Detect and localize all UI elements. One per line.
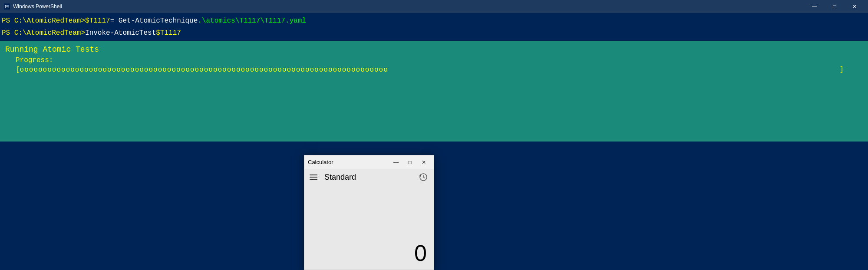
calc-menu-icon[interactable] — [310, 172, 320, 182]
cmd-var-2: $T1117 — [156, 28, 181, 38]
progress-bar-line: [ oooooooooooooooooooooooooooooooooooooo… — [16, 66, 388, 74]
cmd-path-1: .\atomics\T1117\T1117.yaml — [198, 16, 306, 26]
menu-line-2 — [310, 177, 317, 178]
cmd-var-1: $T1117 — [85, 16, 110, 26]
running-title: Running Atomic Tests — [5, 45, 865, 54]
powershell-window: PS Windows PowerShell — □ ✕ PS C:\Atomic… — [0, 0, 868, 270]
calc-controls: — □ ✕ — [389, 157, 430, 168]
terminal-content: PS C:\AtomicRedTeam> $T1117 = Get-Atomic… — [0, 13, 868, 142]
close-button[interactable]: ✕ — [845, 0, 865, 13]
cmd-invoke: Invoke-AtomicTest — [85, 28, 156, 38]
running-section: Running Atomic Tests Progress: [ ooooooo… — [0, 41, 868, 142]
calc-history-icon[interactable] — [418, 172, 429, 182]
svg-text:PS: PS — [5, 4, 10, 9]
command-line-2: PS C:\AtomicRedTeam> Invoke-AtomicTest $… — [0, 27, 868, 39]
progress-label: Progress: — [16, 56, 865, 64]
calc-mode-label: Standard — [324, 173, 418, 182]
bracket-left: [ — [16, 66, 20, 74]
calc-minimize-button[interactable]: — — [389, 157, 403, 168]
powershell-icon: PS — [3, 3, 10, 10]
calc-maximize-button[interactable]: □ — [403, 157, 416, 168]
progress-ooos: oooooooooooooooooooooooooooooooooooooooo… — [20, 66, 388, 74]
prompt-2: PS C:\AtomicRedTeam> — [2, 28, 85, 38]
menu-line-3 — [310, 179, 317, 180]
calculator-window: Calculator — □ ✕ Standard — [304, 155, 434, 270]
menu-line-1 — [310, 175, 317, 175]
title-bar: PS Windows PowerShell — □ ✕ — [0, 0, 868, 13]
calc-display: 0 — [304, 185, 434, 270]
calc-header-row: Standard — [304, 169, 434, 185]
calc-title: Calculator — [308, 159, 389, 165]
calc-display-value: 0 — [414, 240, 427, 266]
bracket-right: ] — [839, 66, 844, 74]
prompt-1: PS C:\AtomicRedTeam> — [2, 16, 85, 26]
command-lines-section: PS C:\AtomicRedTeam> $T1117 = Get-Atomic… — [0, 13, 868, 41]
window-controls: — □ ✕ — [805, 0, 865, 13]
maximize-button[interactable]: □ — [825, 0, 845, 13]
minimize-button[interactable]: — — [805, 0, 825, 13]
cmd-text-1: = Get-AtomicTechnique — [110, 16, 198, 26]
window-title: Windows PowerShell — [13, 3, 805, 10]
empty-area: Calculator — □ ✕ Standard — [0, 142, 868, 270]
calc-close-button[interactable]: ✕ — [417, 157, 430, 168]
command-line-1: PS C:\AtomicRedTeam> $T1117 = Get-Atomic… — [0, 15, 868, 27]
calc-title-bar: Calculator — □ ✕ — [304, 155, 434, 169]
progress-bar-container: [ oooooooooooooooooooooooooooooooooooooo… — [3, 66, 847, 74]
